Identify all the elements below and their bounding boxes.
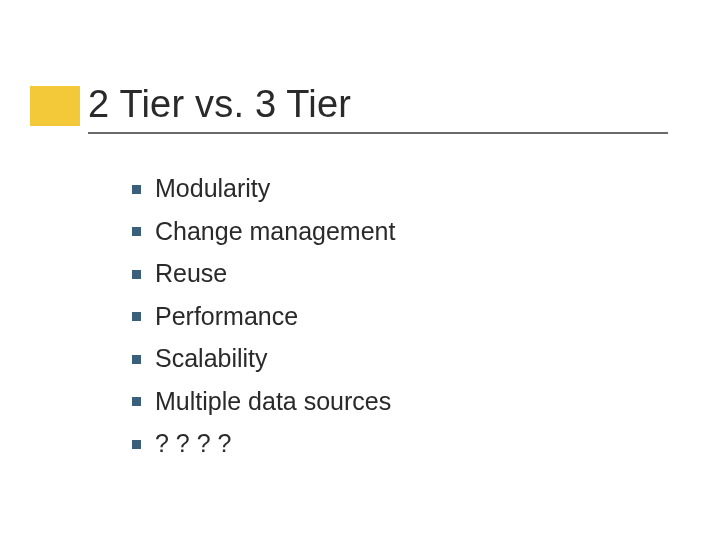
list-item-label: Modularity xyxy=(155,172,270,205)
list-item-label: Change management xyxy=(155,215,395,248)
list-item-label: Scalability xyxy=(155,342,268,375)
title-rule xyxy=(88,132,668,134)
square-bullet-icon xyxy=(132,270,141,279)
accent-block xyxy=(30,86,80,126)
square-bullet-icon xyxy=(132,312,141,321)
bullet-list: Modularity Change management Reuse Perfo… xyxy=(132,172,660,460)
list-item: Scalability xyxy=(132,342,660,375)
list-item-label: Multiple data sources xyxy=(155,385,391,418)
list-item-label: Reuse xyxy=(155,257,227,290)
slide-title: 2 Tier vs. 3 Tier xyxy=(88,84,672,126)
square-bullet-icon xyxy=(132,227,141,236)
title-area: 2 Tier vs. 3 Tier xyxy=(88,84,672,134)
slide-body: Modularity Change management Reuse Perfo… xyxy=(132,172,660,470)
list-item: Change management xyxy=(132,215,660,248)
square-bullet-icon xyxy=(132,185,141,194)
list-item-label: ? ? ? ? xyxy=(155,427,231,460)
list-item: Performance xyxy=(132,300,660,333)
list-item: ? ? ? ? xyxy=(132,427,660,460)
list-item: Multiple data sources xyxy=(132,385,660,418)
square-bullet-icon xyxy=(132,397,141,406)
square-bullet-icon xyxy=(132,440,141,449)
list-item: Reuse xyxy=(132,257,660,290)
list-item-label: Performance xyxy=(155,300,298,333)
list-item: Modularity xyxy=(132,172,660,205)
slide: 2 Tier vs. 3 Tier Modularity Change mana… xyxy=(0,0,720,540)
square-bullet-icon xyxy=(132,355,141,364)
